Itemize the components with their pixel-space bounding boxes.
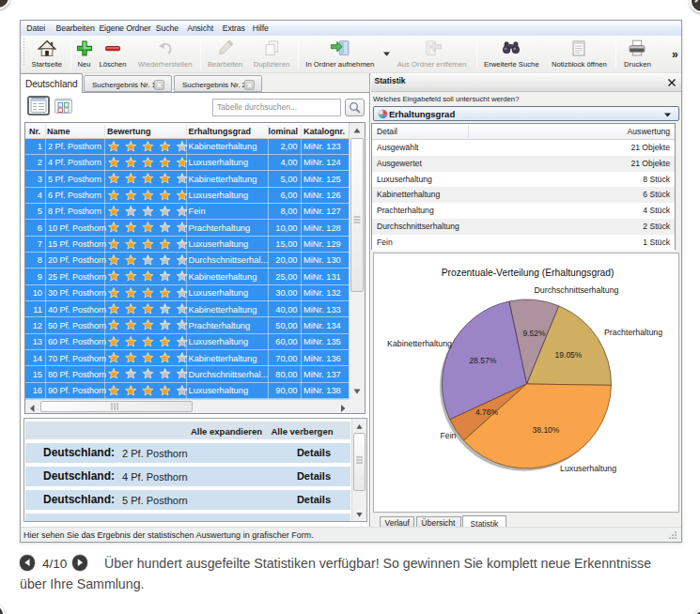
svg-text:38.10%: 38.10% bbox=[533, 425, 560, 435]
svg-text:19.05%: 19.05% bbox=[555, 350, 583, 360]
svg-text:Durchschnittserhaltung: Durchschnittserhaltung bbox=[535, 285, 619, 295]
svg-text:28.57%: 28.57% bbox=[469, 356, 496, 365]
svg-text:Luxuserhaltung: Luxuserhaltung bbox=[560, 464, 616, 473]
svg-text:9.52%: 9.52% bbox=[522, 329, 546, 338]
svg-text:Prozentuale-Verteilung (Erhalt: Prozentuale-Verteilung (Erhaltungsgrad) bbox=[442, 268, 614, 278]
svg-text:Prachterhaltung: Prachterhaltung bbox=[604, 328, 662, 337]
svg-text:Fein: Fein bbox=[440, 431, 456, 440]
svg-text:Kabinetterhaltung: Kabinetterhaltung bbox=[387, 339, 452, 348]
svg-text:4.76%: 4.76% bbox=[475, 407, 499, 417]
